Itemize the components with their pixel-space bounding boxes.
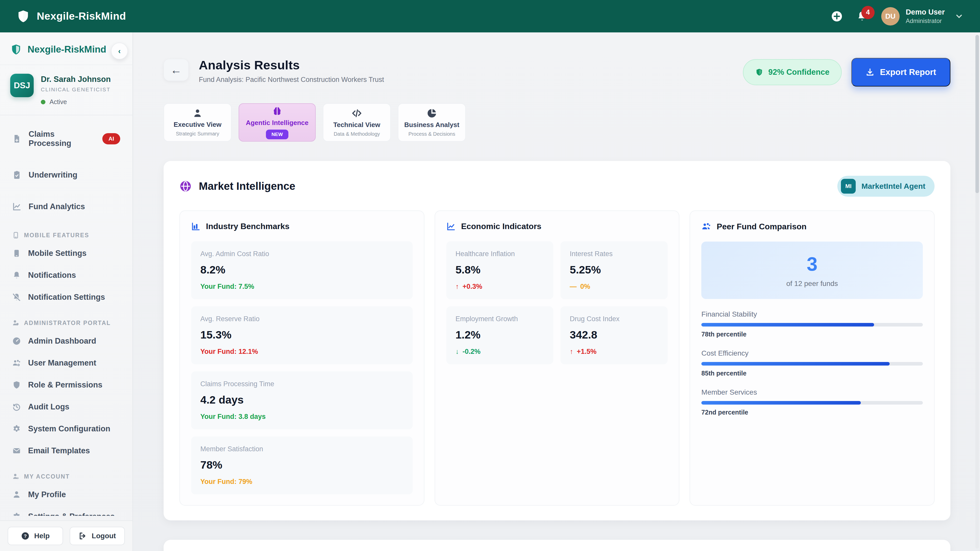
line-chart-icon [12, 202, 21, 211]
sidebar-item-admin-dashboard[interactable]: Admin Dashboard [6, 332, 126, 350]
page-subtitle: Fund Analysis: Pacific Northwest Constru… [199, 76, 384, 84]
sidebar-item-user-management[interactable]: User Management [6, 354, 126, 372]
view-tabs: Executive View Strategic Summary Agentic… [164, 103, 950, 141]
trend-down-indicator: ↓ -0.2% [455, 348, 544, 356]
bell-slash-icon [12, 293, 21, 302]
envelope-icon [12, 446, 21, 455]
scrollbar-thumb[interactable] [975, 35, 979, 193]
users-icon [701, 222, 711, 231]
sidebar-item-underwriting[interactable]: Underwriting [6, 163, 126, 187]
arrow-up-icon: ↑ [570, 348, 573, 356]
sidebar-shield-icon [10, 44, 22, 56]
sidebar-item-mobile-settings[interactable]: Mobile Settings [6, 245, 126, 262]
user-avatar: DU [881, 7, 900, 25]
sidebar-item-notifications[interactable]: Notifications [6, 266, 126, 284]
tab-agentic-intelligence[interactable]: Agentic Intelligence NEW [239, 103, 316, 141]
file-plus-icon [12, 134, 21, 143]
sidebar: Nexgile-RiskMind ‹ DSJ Dr. Sarah Johnson… [0, 32, 133, 551]
sidebar-item-role-permissions[interactable]: Role & Permissions [6, 376, 126, 394]
section-mobile-features: MOBILE FEATURES [6, 229, 126, 241]
page-title: Analysis Results [199, 58, 384, 72]
smartphone-icon [12, 232, 19, 239]
indicator-tile: Drug Cost Index 342.8 ↑ +1.5% [560, 306, 668, 364]
sidebar-item-label: Role & Permissions [28, 380, 102, 389]
predictive-analytics-panel: Predictive Analytics PR Predictor Agent … [164, 540, 950, 551]
benchmark-tile: Claims Processing Time 4.2 days Your Fun… [191, 372, 413, 429]
active-status-label: Active [49, 98, 67, 106]
arrow-down-icon: ↓ [455, 348, 459, 356]
user-shield-icon [12, 319, 19, 327]
history-icon [12, 403, 21, 411]
sidebar-item-label: Underwriting [29, 170, 77, 179]
profile-role: CLINICAL GENETICIST [41, 86, 111, 93]
arrow-up-icon: ↑ [455, 283, 459, 291]
indicator-tile: Healthcare Inflation 5.8% ↑ +0.3% [446, 241, 554, 299]
sidebar-item-label: Fund Analytics [29, 202, 85, 211]
benchmark-tile: Avg. Reserve Ratio 15.3% Your Fund: 12.1… [191, 306, 413, 364]
logout-icon [78, 532, 87, 540]
user-menu[interactable]: DU Demo User Administrator [881, 7, 964, 25]
brain-icon [272, 106, 283, 117]
sidebar-item-label: Settings & Preferences [28, 512, 115, 516]
download-icon [865, 68, 874, 76]
sidebar-item-email-templates[interactable]: Email Templates [6, 442, 126, 460]
section-my-account: MY ACCOUNT [6, 470, 126, 483]
benchmark-tile: Member Satisfaction 78% Your Fund: 79% [191, 437, 413, 494]
indicator-tile: Interest Rates 5.25% — 0% [560, 241, 668, 299]
peer-fund-comparison-card: Peer Fund Comparison 3 of 12 peer funds … [690, 210, 935, 506]
dash-icon: — [570, 283, 576, 291]
section-administrator-portal: ADMINISTRATOR PORTAL [6, 317, 126, 329]
help-icon: ? [21, 532, 30, 540]
logout-button[interactable]: Logout [70, 527, 125, 545]
trend-flat-indicator: — 0% [570, 283, 659, 291]
active-status-dot [41, 100, 45, 104]
bar-chart-icon [191, 222, 200, 231]
benchmark-tile: Avg. Admin Cost Ratio 8.2% Your Fund: 7.… [191, 241, 413, 299]
user-icon [192, 108, 203, 118]
marketintel-agent-badge: MI MarketIntel Agent [837, 176, 935, 197]
tab-executive-view[interactable]: Executive View Strategic Summary [164, 103, 231, 141]
back-button[interactable]: ← [164, 59, 189, 81]
shield-icon [12, 381, 21, 389]
export-report-button[interactable]: Export Report [851, 58, 950, 86]
brand-title: Nexgile-RiskMind [37, 10, 126, 22]
top-navbar: Nexgile-RiskMind 4 DU Demo User Administ… [0, 0, 980, 32]
market-intelligence-panel: Market Intelligence MI MarketIntel Agent… [164, 161, 950, 520]
tab-technical-view[interactable]: Technical View Data & Methodology [323, 103, 391, 141]
percentile-bar: Cost Efficiency 85th percentile [701, 349, 923, 377]
notifications-button[interactable]: 4 [856, 11, 868, 22]
sidebar-item-label: Audit Logs [28, 402, 69, 411]
indicator-tile: Employment Growth 1.2% ↓ -0.2% [446, 306, 554, 364]
scrollbar[interactable] [975, 35, 979, 548]
peer-rank-box: 3 of 12 peer funds [701, 241, 923, 299]
globe-icon [180, 180, 192, 192]
sidebar-item-label: Email Templates [28, 446, 90, 455]
sidebar-item-fund-analytics[interactable]: Fund Analytics [6, 195, 126, 218]
sidebar-item-system-configuration[interactable]: System Configuration [6, 420, 126, 438]
add-button[interactable] [831, 10, 843, 22]
shield-logo-icon [16, 10, 30, 23]
sidebar-collapse-button[interactable]: ‹ [111, 43, 128, 59]
user-gear-icon [12, 473, 19, 480]
sidebar-item-label: Claims Processing [29, 130, 95, 148]
ai-badge: AI [102, 133, 120, 144]
sidebar-profile: DSJ Dr. Sarah Johnson CLINICAL GENETICIS… [0, 65, 132, 108]
svg-text:?: ? [24, 534, 27, 539]
line-chart-icon [446, 222, 455, 231]
sidebar-nav: Claims Processing AI Underwriting Fund A… [0, 115, 132, 516]
sidebar-brand-title: Nexgile-RiskMind [27, 44, 106, 55]
sidebar-item-claims-processing[interactable]: Claims Processing AI [6, 122, 126, 155]
tab-business-analyst[interactable]: Business Analyst Process & Decisions [398, 103, 466, 141]
sidebar-item-label: Notifications [28, 271, 76, 280]
shield-check-icon [755, 68, 763, 76]
economic-indicators-card: Economic Indicators Healthcare Inflation… [434, 210, 679, 506]
percentile-bar: Member Services 72nd percentile [701, 388, 923, 416]
app-brand: Nexgile-RiskMind [16, 10, 126, 23]
clipboard-check-icon [12, 170, 21, 179]
sidebar-item-my-profile[interactable]: My Profile [6, 486, 126, 503]
sidebar-item-audit-logs[interactable]: Audit Logs [6, 398, 126, 416]
sidebar-item-settings-preferences[interactable]: Settings & Preferences [6, 508, 126, 516]
main-content: ← Analysis Results Fund Analysis: Pacifi… [134, 32, 980, 551]
sidebar-item-notification-settings[interactable]: Notification Settings [6, 288, 126, 306]
help-button[interactable]: ? Help [8, 527, 63, 545]
